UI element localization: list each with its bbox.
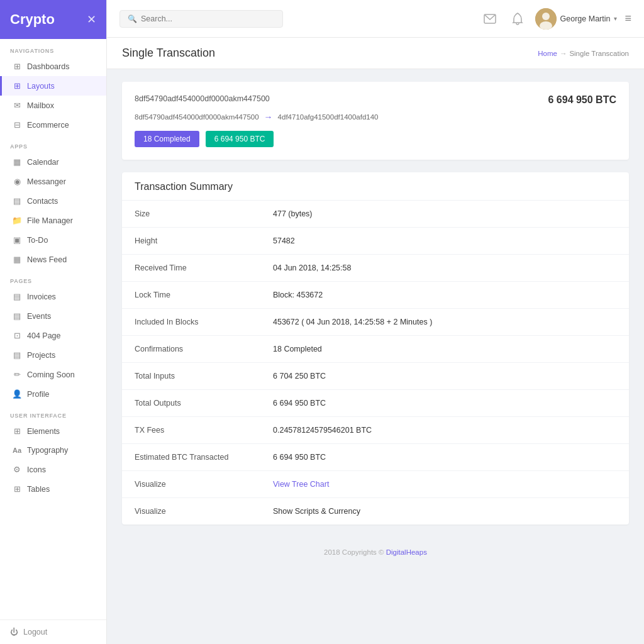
mail-icon[interactable] bbox=[480, 9, 500, 29]
table-row: Received Time04 Jun 2018, 14:25:58 bbox=[122, 254, 629, 281]
sidebar-item-label: Ecommerce bbox=[27, 121, 69, 130]
sidebar-item-elements[interactable]: ⊞ Elements bbox=[0, 421, 106, 441]
sidebar-item-label: Layouts bbox=[27, 82, 55, 91]
tx-row-value: 6 694 950 BTC bbox=[273, 453, 326, 462]
tx-row-label: Total Inputs bbox=[135, 372, 273, 380]
search-icon: 🔍 bbox=[128, 14, 137, 23]
breadcrumb-separator: → bbox=[560, 50, 567, 57]
sidebar-item-label: Projects bbox=[27, 351, 55, 360]
sidebar-item-dashboards[interactable]: ⊞ Dashboards bbox=[0, 57, 106, 76]
sidebar-item-tables[interactable]: ⊞ Tables bbox=[0, 479, 106, 499]
sidebar-item-invoices[interactable]: ▤ Invoices bbox=[0, 287, 106, 306]
tx-card-header: 8df54790adf454000df0000akm447500 6 694 9… bbox=[135, 94, 616, 106]
breadcrumb-home[interactable]: Home bbox=[538, 50, 557, 57]
layouts-icon: ⊞ bbox=[12, 81, 22, 91]
calendar-icon: ▦ bbox=[12, 157, 22, 167]
tx-rows-container: Size477 (bytes)Height57482Received Time0… bbox=[122, 200, 629, 525]
sidebar-item-calendar[interactable]: ▦ Calendar bbox=[0, 152, 106, 172]
tx-row-value: 6 704 250 BTC bbox=[273, 372, 326, 380]
badge-completed: 18 Completed bbox=[135, 131, 199, 147]
breadcrumb-current: Single Transcation bbox=[569, 50, 629, 57]
sidebar-section-label-apps: APPS bbox=[0, 135, 106, 152]
svg-point-2 bbox=[542, 13, 550, 20]
sidebar-section-label-pages: PAGES bbox=[0, 269, 106, 287]
mailbox-icon: ✉ bbox=[12, 101, 22, 110]
bell-icon[interactable] bbox=[508, 9, 528, 29]
sidebar-item-label: Dashboards bbox=[27, 62, 69, 71]
table-row: Estimated BTC Transacted6 694 950 BTC bbox=[122, 443, 629, 470]
tx-from: 8df54790adf454000df0000akm447500 bbox=[135, 113, 259, 121]
user-info[interactable]: George Martin ▾ bbox=[535, 8, 618, 30]
sidebar: Crypto ✕ NAVIGATIONS ⊞ Dashboards ⊞ Layo… bbox=[0, 0, 107, 644]
table-row: Confirmations18 Completed bbox=[122, 335, 629, 362]
sidebar-section-pages: PAGES ▤ Invoices ▤ Events ⊡ 404 Page ▤ P… bbox=[0, 269, 106, 404]
sidebar-item-404[interactable]: ⊡ 404 Page bbox=[0, 326, 106, 345]
tx-from-to: 8df54790adf454000df0000akm447500 → 4df47… bbox=[135, 112, 616, 122]
sidebar-item-label: Elements bbox=[27, 427, 60, 436]
sidebar-item-messanger[interactable]: ◉ Messanger bbox=[0, 172, 106, 191]
page-title: Single Transcation bbox=[122, 47, 215, 60]
profile-icon: 👤 bbox=[12, 389, 22, 399]
tx-row-label: Confirmations bbox=[135, 345, 273, 353]
tx-row-value[interactable]: View Tree Chart bbox=[273, 480, 329, 489]
sidebar-item-icons[interactable]: ⚙ Icons bbox=[0, 460, 106, 479]
tx-row-label: Estimated BTC Transacted bbox=[135, 453, 273, 462]
sidebar-item-contacts[interactable]: ▤ Contacts bbox=[0, 191, 106, 211]
sidebar-item-events[interactable]: ▤ Events bbox=[0, 306, 106, 326]
sidebar-item-mailbox[interactable]: ✉ Mailbox bbox=[0, 96, 106, 115]
table-row: VisualizeView Tree Chart bbox=[122, 470, 629, 497]
tx-row-label: Received Time bbox=[135, 264, 273, 272]
tx-row-value: 57482 bbox=[273, 236, 295, 245]
dashboard-icon: ⊞ bbox=[12, 62, 22, 71]
ecommerce-icon: ⊟ bbox=[12, 120, 22, 130]
tx-hash-block: 8df54790adf454000df0000akm447500 bbox=[135, 94, 270, 103]
tx-row-value: Block: 453672 bbox=[273, 291, 323, 299]
table-row: Included In Blocks453672 ( 04 Jun 2018, … bbox=[122, 308, 629, 335]
tx-to: 4df4710afg41500df1400afd140 bbox=[278, 113, 379, 121]
sidebar-section-navigations: NAVIGATIONS ⊞ Dashboards ⊞ Layouts ✉ Mai… bbox=[0, 39, 106, 135]
logout-icon: ⏻ bbox=[10, 628, 18, 636]
logout-button[interactable]: ⏻ Logout bbox=[0, 619, 106, 644]
sidebar-item-profile[interactable]: 👤 Profile bbox=[0, 384, 106, 404]
tx-row-value: 04 Jun 2018, 14:25:58 bbox=[273, 264, 351, 272]
tx-row-value: 18 Completed bbox=[273, 345, 322, 353]
sidebar-item-news-feed[interactable]: ▦ News Feed bbox=[0, 250, 106, 269]
badge-amount: 6 694 950 BTC bbox=[206, 131, 274, 147]
typography-icon: Aa bbox=[12, 447, 22, 454]
sidebar-item-label: Invoices bbox=[27, 292, 56, 301]
sidebar-item-label: File Manager bbox=[27, 216, 73, 225]
404-icon: ⊡ bbox=[12, 331, 22, 340]
footer-link[interactable]: DigitalHeaps bbox=[386, 548, 427, 556]
search-input[interactable] bbox=[141, 14, 275, 23]
inner-content: 8df54790adf454000df0000akm447500 6 694 9… bbox=[107, 69, 644, 537]
content-area: Single Transcation Home → Single Transca… bbox=[107, 38, 644, 644]
table-row: TX Fees0.24578124579546201 BTC bbox=[122, 416, 629, 443]
icons-icon: ⚙ bbox=[12, 465, 22, 474]
sidebar-item-label: To-Do bbox=[27, 236, 48, 245]
tx-row-label: TX Fees bbox=[135, 426, 273, 435]
sidebar-item-label: Calendar bbox=[27, 158, 59, 167]
sidebar-title: Crypto bbox=[10, 11, 55, 28]
hamburger-icon[interactable]: ≡ bbox=[625, 12, 631, 25]
file-manager-icon: 📁 bbox=[12, 216, 22, 225]
tx-amount: 6 694 950 BTC bbox=[548, 94, 616, 106]
tx-summary-title: Transaction Summary bbox=[122, 172, 629, 200]
sidebar-item-typography[interactable]: Aa Typography bbox=[0, 441, 106, 460]
tx-row-label: Size bbox=[135, 209, 273, 218]
sidebar-close-icon[interactable]: ✕ bbox=[87, 13, 96, 26]
navbar: 🔍 George Martin bbox=[107, 0, 644, 38]
table-row: Total Inputs6 704 250 BTC bbox=[122, 362, 629, 389]
sidebar-item-ecommerce[interactable]: ⊟ Ecommerce bbox=[0, 115, 106, 135]
transaction-summary: Transaction Summary Size477 (bytes)Heigh… bbox=[122, 172, 629, 525]
footer-text: 2018 Copyrights © bbox=[324, 548, 384, 556]
sidebar-item-label: Events bbox=[27, 312, 51, 321]
sidebar-item-projects[interactable]: ▤ Projects bbox=[0, 345, 106, 365]
events-icon: ▤ bbox=[12, 311, 22, 321]
sidebar-item-file-manager[interactable]: 📁 File Manager bbox=[0, 211, 106, 230]
table-row: Height57482 bbox=[122, 227, 629, 254]
sidebar-item-label: News Feed bbox=[27, 255, 67, 264]
sidebar-item-layouts[interactable]: ⊞ Layouts bbox=[0, 76, 106, 96]
coming-soon-icon: ✏ bbox=[12, 370, 22, 379]
sidebar-item-coming-soon[interactable]: ✏ Coming Soon bbox=[0, 365, 106, 384]
sidebar-item-todo[interactable]: ▣ To-Do bbox=[0, 230, 106, 250]
